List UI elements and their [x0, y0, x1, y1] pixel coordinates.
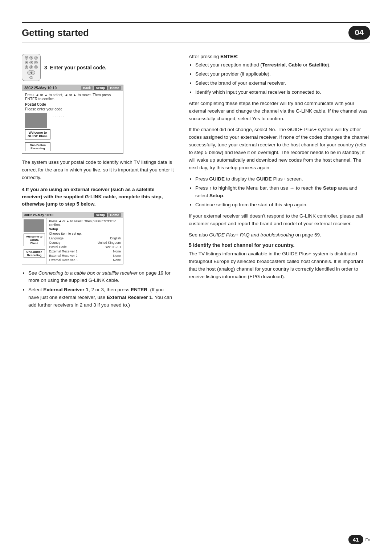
para1: After completing these steps the recorde… [189, 100, 370, 123]
page: Getting started 04 ① ② ③ ④ ⑤ ⑥ [0, 0, 392, 555]
setup-item-value: SW10 9AD [105, 245, 121, 249]
setup-item-row: External Receiver 1None [49, 250, 121, 253]
setup-guide-plus-box: Welcome to GUIDE Plus+ [24, 234, 45, 246]
see-also: See also GUIDE Plus+ FAQ and troubleshoo… [189, 231, 370, 239]
setup-screen-btn-home: Home [108, 213, 121, 217]
screen1-dots-area: · · · · · · [53, 113, 120, 151]
reception-bullets: Select your reception method (Terrestria… [189, 61, 370, 96]
step5-heading: 5 Identify the host channel for your cou… [189, 242, 370, 248]
main-content: ① ② ③ ④ ⑤ ⑥ ⑦ ⑧ ⑨ ✛ [22, 54, 370, 313]
setup-choose: Choose item to set up: [49, 232, 121, 235]
setup-screen-btn-setup: Setup [94, 213, 107, 217]
press-guide-bullets: Press GUIDE to display the GUIDE Plus+ s… [189, 175, 370, 209]
screen1-time: 38C2 25-May 10:10 [24, 86, 57, 90]
setup-item-label: External Receiver 2 [49, 254, 78, 258]
setup-item-row: Postal CodeSW10 9AD [49, 245, 121, 249]
setup-item-label: External Receiver 1 [49, 250, 78, 253]
remote-dpad: ✛ [27, 70, 35, 75]
screen1-buttons: Back Setup Home [81, 86, 121, 90]
screen1-please-enter: Please enter your code [25, 107, 120, 111]
page-header: Getting started 04 [22, 22, 370, 43]
reception-bullet-item: Select the brand of your external receiv… [195, 80, 370, 87]
setup-item-row: External Receiver 2None [49, 254, 121, 258]
remote-icon: ① ② ③ ④ ⑤ ⑥ ⑦ ⑧ ⑨ ✛ [22, 54, 41, 81]
guide-plus-image [25, 113, 47, 128]
step3-intro: ① ② ③ ④ ⑤ ⑥ ⑦ ⑧ ⑨ ✛ [22, 54, 174, 81]
setup-item-value: None [113, 250, 121, 253]
setup-one-button-label: One-Button Recording [26, 250, 42, 257]
screen1-body: Press ◄ or ▲ to select, ◄ or ► to move. … [22, 91, 123, 153]
page-title: Getting started [22, 27, 89, 39]
step4-heading: 4 If you are using an external receiver … [22, 186, 174, 208]
setup-screen-btns: Setup Home [94, 213, 121, 217]
guide-plus-box: Welcome to GUIDE Plus+ [25, 129, 50, 139]
setup-btn: Setup [94, 86, 107, 90]
setup-item-label: Country [49, 241, 61, 244]
step3-number: 3 [44, 65, 47, 70]
remote-btn-5: ⑤ [29, 61, 33, 64]
setup-label: Setup [49, 227, 121, 231]
guide-plus-title: Welcome to GUIDE Plus+ [28, 131, 48, 138]
step5-body: The TV listings information available in… [189, 250, 370, 281]
reception-bullet-item: Identify which input your external recei… [195, 89, 370, 96]
setup-screen: 38C2 25-May 10:10 Setup Home Welcome to … [22, 212, 123, 264]
home-btn: Home [108, 86, 121, 90]
setup-item-value: None [113, 258, 121, 262]
remote-btn-0 [29, 76, 33, 79]
after-pressing-label: After pressing ENTER: [189, 54, 370, 59]
remote-btn-7: ⑦ [25, 65, 28, 69]
setup-item-row: LanguageEnglish [49, 236, 121, 240]
one-button-label: One-Button Recording [30, 143, 46, 150]
step4-bullet-item: See Connecting to a cable box or satelli… [28, 270, 174, 285]
screen1-postal-label: Postal Code [25, 102, 120, 106]
setup-one-button-box: One-Button Recording [24, 249, 45, 258]
right-column: After pressing ENTER: Select your recept… [189, 54, 370, 313]
remote-btn-4: ④ [25, 61, 28, 64]
screen-mockup-1: 38C2 25-May 10:10 Back Setup Home Press … [22, 85, 123, 154]
screen1-sidebar: Welcome to GUIDE Plus+ One-Button Record… [25, 113, 120, 151]
page-lang: En [366, 538, 370, 542]
remote-btn-3: ③ [34, 56, 38, 60]
remote-btn-9: ⑨ [34, 65, 38, 69]
press-guide-bullet-item: Continue setting up from the start of th… [195, 201, 370, 209]
setup-item-value: None [113, 254, 121, 258]
para3: If your external receiver still doesn't … [189, 212, 370, 228]
one-button-box: One-Button Recording [25, 142, 50, 151]
setup-item-value: United Kingdom [98, 241, 121, 244]
setup-screen-sidebar: Welcome to GUIDE Plus+ One-Button Record… [22, 218, 47, 264]
para2: If the channel did not change, select No… [189, 126, 370, 172]
reception-bullet-item: Select your provider (if applicable). [195, 70, 370, 78]
remote-btn-8: ⑧ [29, 65, 33, 69]
remote-btn-2: ② [29, 56, 33, 60]
setup-item-row: CountryUnited Kingdom [49, 241, 121, 244]
back-btn: Back [81, 86, 93, 90]
body-text-1: The system uses your postal code to iden… [22, 159, 174, 182]
chapter-badge: 04 [348, 26, 370, 40]
page-footer: 41 En [348, 535, 370, 544]
setup-screen-body: Welcome to GUIDE Plus+ One-Button Record… [22, 218, 123, 264]
step3-enter-postal: Enter your postal code. [50, 65, 107, 70]
setup-item-label: Postal Code [49, 245, 67, 249]
setup-screen-header: 38C2 25-May 10:10 Setup Home [22, 212, 123, 218]
screen1-header: 38C2 25-May 10:10 Back Setup Home [22, 85, 123, 91]
reception-bullet-item: Select your reception method (Terrestria… [195, 61, 370, 69]
step4-bullet-list: See Connecting to a cable box or satelli… [22, 270, 174, 309]
remote-btn-1: ① [25, 56, 28, 60]
screen1-dots: · · · · · · [53, 115, 120, 119]
screen1-instruction: Press ◄ or ▲ to select, ◄ or ► to move. … [25, 93, 120, 101]
step4-bullet-item: Select External Receiver 1, 2 or 3, then… [28, 286, 174, 309]
setup-item-value: English [110, 236, 121, 240]
press-guide-bullet-item: Press GUIDE to display the GUIDE Plus+ s… [195, 175, 370, 183]
remote-btn-6: ⑥ [34, 61, 38, 64]
left-column: ① ② ③ ④ ⑤ ⑥ ⑦ ⑧ ⑨ ✛ [22, 54, 174, 313]
setup-item-label: Language [49, 236, 64, 240]
setup-instruction: Press ◄ or ▲ to select. Then press ENTER… [49, 219, 121, 227]
setup-item-row: External Receiver 3None [49, 258, 121, 262]
screen1-sidebar-left: Welcome to GUIDE Plus+ One-Button Record… [25, 113, 50, 151]
setup-items: LanguageEnglishCountryUnited KingdomPost… [49, 236, 121, 262]
press-guide-bullet-item: Press ↑ to highlight the Menu bar, then … [195, 185, 370, 200]
setup-item-label: External Receiver 3 [49, 258, 78, 262]
setup-guide-plus-image [24, 219, 44, 232]
step3-label: 3 Enter your postal code. [44, 65, 106, 70]
setup-guide-plus-title: Welcome to GUIDE Plus+ [26, 235, 42, 245]
